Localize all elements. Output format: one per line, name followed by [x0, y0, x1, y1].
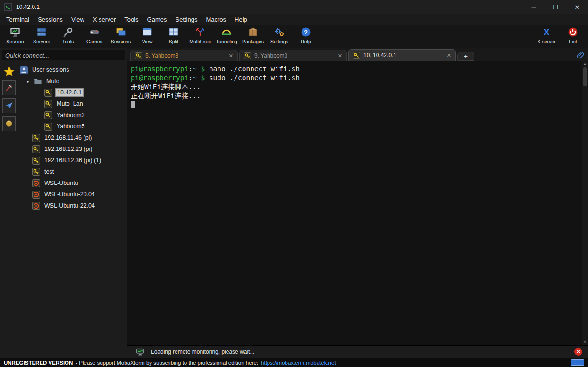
toolbar-help-button[interactable]: ?Help [293, 26, 319, 44]
mobatek-link[interactable]: https://mobaxterm.mobatek.net [261, 360, 336, 366]
folder-icon [34, 77, 42, 85]
tree-item-label: Muto [45, 77, 61, 85]
toolbar-help-label: Help [301, 39, 311, 44]
tree-item-label: test [43, 168, 55, 175]
tab-9-yahboom3[interactable]: 9. Yahboom3✕ [239, 50, 347, 61]
tree-item-wsl-ubuntu[interactable]: WSL-Ubuntu [18, 177, 127, 189]
tree-item-muto[interactable]: ▾Muto [18, 75, 127, 87]
terminal-cursor [131, 101, 135, 108]
toolbar-games-label: Games [86, 39, 102, 44]
tree-item-192-168-12-36-pi-1[interactable]: 192.168.12.36 (pi) (1) [18, 155, 127, 166]
terminal-line [131, 100, 582, 109]
user-sessions-icon [20, 66, 28, 74]
maximize-button[interactable]: ☐ [545, 0, 566, 14]
wsl-icon [32, 202, 40, 210]
golden-ball-icon [5, 119, 13, 128]
menu-games[interactable]: Games [143, 15, 171, 24]
toolbar-session-button[interactable]: Session [2, 26, 28, 44]
tree-item-wsl-ubuntu-20-04[interactable]: WSL-Ubuntu-20.04 [18, 189, 127, 200]
status-bar: UNREGISTERED VERSION - Please support Mo… [0, 358, 588, 367]
window-title: 10.42.0.1 [16, 4, 523, 10]
menu-settings[interactable]: Settings [171, 15, 202, 24]
chevron-down-icon[interactable]: ▾ [25, 79, 31, 84]
tab-5-yahboom3[interactable]: 5. Yahboom3✕ [130, 50, 238, 61]
terminal-line: pi@raspberrypi:~ $ nano ./connect_wifi.s… [131, 65, 582, 74]
toolbar-sessions-button[interactable]: Sessions [108, 26, 134, 44]
app-logo-icon [4, 3, 12, 11]
quick-connect-box [2, 50, 125, 60]
toolbar-exit-button[interactable]: Exit [560, 26, 586, 44]
terminal-text: pi@raspberrypi [131, 65, 188, 73]
wsl-icon [32, 179, 40, 187]
terminal-text: $ [197, 65, 209, 73]
toolbar-tools-button[interactable]: Tools [55, 26, 81, 44]
menu-sessions[interactable]: Sessions [34, 15, 67, 24]
tab-label: 10. 10.42.0.1 [363, 52, 396, 58]
scroll-down-icon[interactable]: ▼ [583, 341, 587, 344]
sidebar-panel-tools-red-button[interactable] [2, 80, 16, 95]
toolbar-view-label: View [142, 39, 153, 44]
toolbar-packages-button[interactable]: Packages [240, 26, 266, 44]
close-button[interactable]: ✕ [566, 0, 588, 14]
paperclip-icon[interactable] [577, 51, 585, 59]
tab-close-icon[interactable]: ✕ [338, 53, 342, 59]
tree-item-yahboom5[interactable]: Yahboom5 [18, 121, 127, 132]
key-icon [32, 157, 40, 165]
quick-connect-input[interactable] [2, 50, 125, 60]
menu-view[interactable]: View [67, 15, 89, 24]
toolbar-games-button[interactable]: Games [81, 26, 108, 44]
tools-red-icon [5, 83, 13, 92]
terminal-scrollbar[interactable]: ▲ ▼ [582, 61, 588, 345]
tree-item-muto-lan[interactable]: Muto_Lan [18, 98, 127, 109]
tb-sessions-icon [115, 26, 126, 38]
tab-close-icon[interactable]: ✕ [447, 52, 451, 58]
terminal[interactable]: pi@raspberrypi:~ $ nano ./connect_wifi.s… [127, 61, 582, 345]
toolbar-x-server-label: X server [537, 39, 555, 44]
svg-text:?: ? [304, 29, 308, 36]
menu-tools[interactable]: Tools [120, 15, 143, 24]
new-tab-button[interactable]: + [457, 52, 474, 61]
tree-item-192-168-11-46-pi[interactable]: 192.168.11.46 (pi) [18, 132, 127, 143]
menu-macros[interactable]: Macros [202, 15, 230, 24]
toolbar-x-server-button[interactable]: XX server [533, 26, 560, 44]
tree-item-yahboom3[interactable]: Yahboom3 [18, 109, 127, 121]
toolbar-split-label: Split [169, 39, 178, 44]
toolbar-servers-button[interactable]: Servers [28, 26, 55, 44]
terminal-text: nano ./connect_wifi.sh [209, 65, 300, 73]
sidebar-panel-paper-plane-button[interactable] [2, 98, 16, 113]
terminal-text: : [188, 65, 193, 73]
tab-10-10-42-0-1[interactable]: 10. 10.42.0.1✕ [348, 49, 456, 61]
menu-bar: TerminalSessionsViewX serverToolsGamesSe… [0, 14, 588, 25]
scrollbar-thumb[interactable] [583, 67, 587, 86]
menu-terminal[interactable]: Terminal [2, 15, 34, 24]
tree-item-user-sessions[interactable]: User sessions [18, 64, 127, 75]
tree-item-test[interactable]: test [18, 166, 127, 177]
loading-close-button[interactable]: ✕ [574, 348, 582, 356]
tree-item-label: Yahboom3 [55, 111, 86, 119]
toolbar: SessionServersToolsGamesSessionsViewSpli… [0, 25, 588, 48]
scroll-up-icon[interactable]: ▲ [583, 62, 587, 66]
menu-x-server[interactable]: X server [89, 15, 120, 24]
key-icon [32, 134, 40, 142]
menu-help[interactable]: Help [230, 15, 252, 24]
tree-item-wsl-ubuntu-22-04[interactable]: WSL-Ubuntu-22.04 [18, 200, 127, 211]
key-icon [44, 100, 52, 108]
toolbar-tunneling-button[interactable]: Tunneling [213, 26, 240, 44]
toolbar-multiexec-button[interactable]: MultiExec [187, 26, 213, 44]
favorites-star-button[interactable] [2, 65, 16, 77]
toolbar-split-button[interactable]: Split [160, 26, 187, 44]
tree-item-label: WSL-Ubuntu [43, 179, 80, 187]
paper-plane-icon [5, 101, 13, 110]
tab-bar: 5. Yahboom3✕9. Yahboom3✕10. 10.42.0.1✕+ [127, 48, 588, 61]
tb-settings-icon [274, 26, 285, 38]
sidebar: User sessions▾Muto10.42.0.1Muto_LanYahbo… [0, 48, 127, 358]
tab-close-icon[interactable]: ✕ [229, 53, 233, 59]
minimize-button[interactable]: ─ [523, 0, 545, 14]
tree-item-192-168-12-23-pi[interactable]: 192.168.12.23 (pi) [18, 143, 127, 155]
toolbar-view-button[interactable]: View [134, 26, 160, 44]
tree-item-10-42-0-1[interactable]: 10.42.0.1 [18, 87, 127, 98]
sidebar-panel-golden-ball-button[interactable] [2, 116, 16, 131]
toolbar-settings-button[interactable]: Settings [266, 26, 293, 44]
status-message: - Please support MobaXterm by subscribin… [76, 360, 258, 366]
toolbar-exit-label: Exit [569, 39, 577, 44]
